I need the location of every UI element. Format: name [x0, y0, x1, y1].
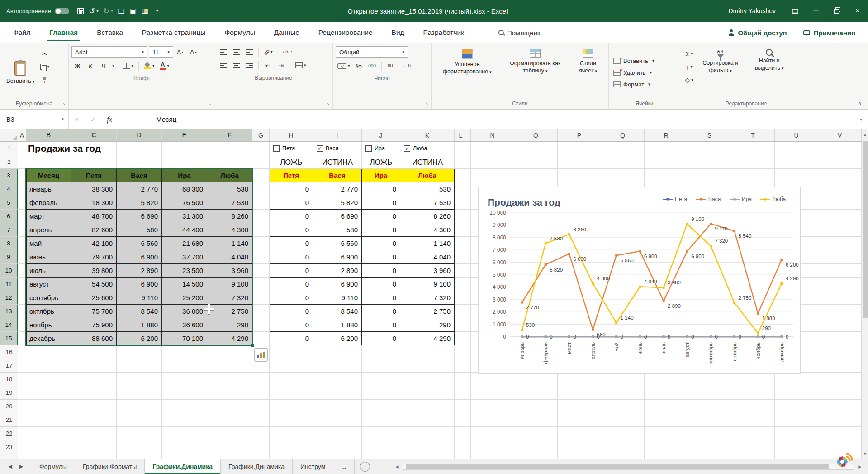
copy-button[interactable]: ▾: [38, 61, 52, 72]
column-header-B[interactable]: B: [26, 129, 71, 142]
cell-D15[interactable]: 6 200: [117, 332, 162, 345]
cell-I5[interactable]: 5 820: [313, 196, 362, 210]
cell-B14[interactable]: ноябрь: [26, 318, 71, 332]
cell-B6[interactable]: март: [26, 210, 71, 223]
column-header-J[interactable]: J: [362, 129, 400, 142]
column-header-R[interactable]: R: [645, 129, 688, 142]
cell-J7[interactable]: 0: [362, 223, 400, 237]
cell-E3[interactable]: Ира: [162, 169, 207, 182]
cell-D12[interactable]: 9 110: [117, 291, 162, 305]
cell-D10[interactable]: 2 890: [117, 264, 162, 278]
row-header-22[interactable]: 22: [0, 427, 18, 440]
cell-H4[interactable]: 0: [270, 182, 313, 196]
orientation-button[interactable]: ab▾: [262, 46, 275, 57]
number-format-select[interactable]: Общий▾: [336, 46, 408, 58]
ribbon-display-options-button[interactable]: ▤: [785, 0, 806, 22]
cell-J12[interactable]: 0: [362, 291, 400, 305]
cell-K8[interactable]: 1 140: [400, 237, 455, 250]
cancel-button[interactable]: ×: [69, 110, 85, 129]
cell-F14[interactable]: 290: [207, 318, 252, 332]
cell-J11[interactable]: 0: [362, 278, 400, 291]
collapse-ribbon-button[interactable]: ∧: [858, 100, 862, 106]
cell-H7[interactable]: 0: [270, 223, 313, 237]
row-header-9[interactable]: 9: [0, 250, 18, 264]
cell-K15[interactable]: 4 290: [400, 332, 455, 345]
quick-analysis-button[interactable]: [254, 348, 268, 362]
ribbon-tab-3[interactable]: Разметка страницы: [133, 22, 215, 43]
cell-J4[interactable]: 0: [362, 182, 400, 196]
font-color-button[interactable]: А▾: [158, 60, 171, 72]
column-header-F[interactable]: F: [207, 129, 252, 142]
row-header-2[interactable]: 2: [0, 155, 18, 169]
cell-K10[interactable]: 3 960: [400, 264, 455, 278]
hscroll-left-icon[interactable]: ◀: [394, 464, 401, 469]
underline-button[interactable]: Ч: [98, 60, 109, 72]
column-header-N[interactable]: N: [471, 129, 514, 142]
minimize-button[interactable]: ─: [806, 0, 826, 22]
cell-J3[interactable]: Ира: [362, 169, 400, 182]
cell-K14[interactable]: 290: [400, 318, 455, 332]
sales-chart[interactable]: 01 0002 0003 0004 0005 0006 0007 0008 00…: [478, 187, 801, 374]
cell-E7[interactable]: 44 400: [162, 223, 207, 237]
column-header-Q[interactable]: Q: [601, 129, 645, 142]
decrease-font-button[interactable]: А▼: [188, 47, 199, 58]
close-button[interactable]: ×: [847, 0, 868, 22]
column-header-M[interactable]: [467, 129, 471, 142]
cell-K2[interactable]: ИСТИНА: [400, 155, 455, 169]
cell-J14[interactable]: 0: [362, 318, 400, 332]
fill-button[interactable]: ↓▾: [683, 61, 695, 72]
cell-F7[interactable]: 4 300: [207, 223, 252, 237]
bold-button[interactable]: Ж: [71, 60, 83, 72]
redo-button[interactable]: ↻▾: [101, 3, 115, 19]
cell-F10[interactable]: 3 960: [207, 264, 252, 278]
row-header-19[interactable]: 19: [0, 386, 18, 400]
cell-B1-title[interactable]: Продажи за год: [28, 142, 101, 155]
add-sheet-button[interactable]: +: [360, 462, 370, 472]
ribbon-tab-4[interactable]: Формулы: [215, 22, 264, 43]
sheet-tab-3[interactable]: Графики.Динамика: [221, 459, 293, 474]
cell-B5[interactable]: февраль: [26, 196, 71, 210]
cell-H8[interactable]: 0: [270, 237, 313, 250]
cell-F4[interactable]: 530: [207, 182, 252, 196]
alignment-dialog-launcher[interactable]: ↘: [325, 101, 331, 106]
wrap-text-button[interactable]: ab↩: [281, 46, 294, 57]
conditional-formatting-button[interactable]: Условное форматирование▾: [434, 46, 500, 99]
cell-I3[interactable]: Вася: [313, 169, 362, 182]
cell-B12[interactable]: сентябрь: [26, 291, 71, 305]
cell-I14[interactable]: 1 880: [313, 318, 362, 332]
checkbox-3-box[interactable]: ✓: [404, 145, 410, 152]
row-header-14[interactable]: 14: [0, 318, 18, 332]
cell-I4[interactable]: 2 770: [313, 182, 362, 196]
row-header-10[interactable]: 10: [0, 264, 18, 278]
formula-bar-expand[interactable]: ▾: [854, 110, 868, 129]
cell-F9[interactable]: 4 040: [207, 250, 252, 264]
cell-B8[interactable]: май: [26, 237, 71, 250]
format-cells-button[interactable]: Формат▾: [612, 79, 677, 91]
row-header-18[interactable]: 18: [0, 373, 18, 386]
cell-K5[interactable]: 7 530: [400, 196, 455, 210]
cell-F3[interactable]: Люба: [207, 169, 252, 182]
hscroll-right-icon[interactable]: ▶: [856, 464, 863, 469]
cell-J8[interactable]: 0: [362, 237, 400, 250]
sort-filter-button[interactable]: АЯ Сортировка и фильтр▾: [697, 46, 744, 99]
autosave-toggle[interactable]: Автосохранение: [0, 8, 75, 14]
cell-H2[interactable]: ЛОЖЬ: [270, 155, 313, 169]
percent-style-button[interactable]: %: [353, 60, 365, 72]
cell-J10[interactable]: 0: [362, 264, 400, 278]
sheet-nav-left-icon[interactable]: ◀: [9, 464, 12, 469]
cell-B4[interactable]: январь: [26, 182, 71, 196]
cell-E5[interactable]: 76 500: [162, 196, 207, 210]
sheet-nav-right-icon[interactable]: ▶: [19, 464, 23, 469]
cell-D4[interactable]: 2 770: [117, 182, 162, 196]
cell-C5[interactable]: 18 300: [71, 196, 117, 210]
user-name[interactable]: Dmitry Yakushev: [728, 7, 776, 14]
sheet-tab-2[interactable]: Графики.Динамика: [145, 459, 221, 474]
cell-K9[interactable]: 4 040: [400, 250, 455, 264]
scroll-up-icon[interactable]: ▲: [862, 129, 868, 139]
cell-B3[interactable]: Месяц: [26, 169, 71, 182]
cell-I7[interactable]: 580: [313, 223, 362, 237]
row-header-21[interactable]: 21: [0, 413, 18, 427]
formula-input[interactable]: Месяц: [118, 110, 854, 129]
cell-E4[interactable]: 68 300: [162, 182, 207, 196]
cell-F12[interactable]: 7 320: [207, 291, 252, 305]
